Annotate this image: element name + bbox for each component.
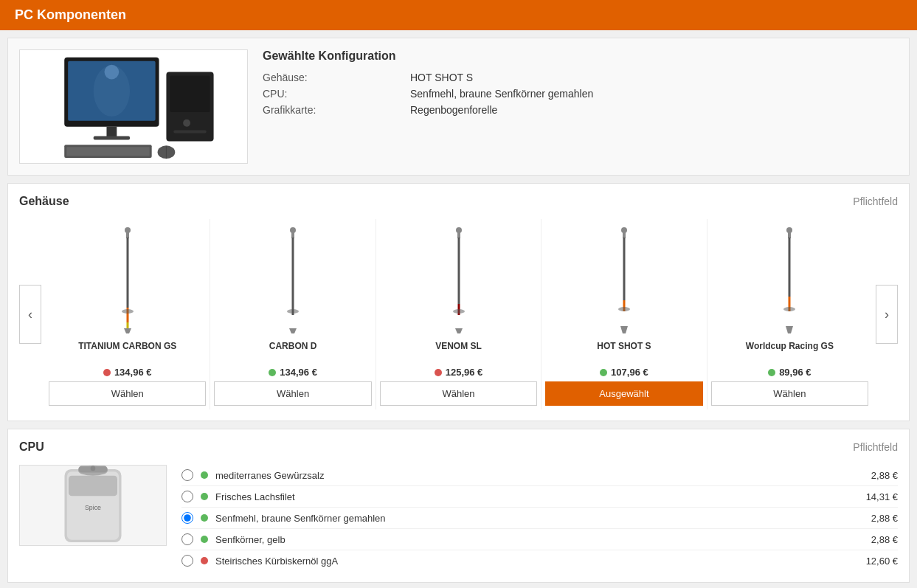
- carousel-prev-button[interactable]: ‹: [19, 285, 41, 344]
- product-image: [595, 223, 654, 337]
- cpu-item-name: Senfmehl, braune Senfkörner gemahlen: [215, 513, 857, 524]
- select-button[interactable]: Wählen: [380, 381, 537, 406]
- gehause-section-title: Gehäuse: [19, 195, 69, 208]
- svg-point-19: [122, 309, 134, 314]
- cpu-list-item: Senfkörner, gelb 2,88 €: [181, 529, 898, 550]
- cpu-item-name: Frisches Lachsfilet: [215, 491, 851, 502]
- cpu-list-item: Senfmehl, braune Senfkörner gemahlen 2,8…: [181, 508, 898, 529]
- cpu-content: Spice mediterranes Gewürzsalz 2,88 € Fri…: [19, 465, 898, 571]
- config-heading: Gewählte Konfiguration: [263, 49, 898, 63]
- config-image: [19, 49, 248, 164]
- gehause-required: Pflichtfeld: [853, 196, 898, 207]
- svg-rect-2: [106, 127, 117, 138]
- carousel-item: VENOM SL 125,96 € Wählen: [376, 219, 541, 409]
- page-title: PC Komponenten: [15, 7, 126, 22]
- grafik-label: Grafikkarte:: [263, 104, 410, 116]
- cpu-radio[interactable]: [181, 491, 193, 502]
- svg-rect-39: [788, 232, 791, 238]
- cpu-item-name: mediterranes Gewürzsalz: [215, 470, 857, 481]
- svg-marker-43: [786, 326, 793, 333]
- grafik-value: Regenbogenforelle: [410, 104, 497, 116]
- config-row-cpu: CPU: Senfmehl, braune Senfkörner gemahle…: [263, 88, 898, 100]
- cpu-list-item: Steirisches Kürbiskernöl ggA 12,60 €: [181, 550, 898, 571]
- cpu-radio[interactable]: [181, 512, 193, 524]
- availability-dot: [201, 493, 208, 500]
- gehause-carousel: ‹ TITANIUM: [19, 219, 898, 409]
- select-button[interactable]: Wählen: [214, 381, 371, 406]
- config-details: Gewählte Konfiguration Gehäuse: HOT SHOT…: [263, 49, 898, 120]
- price-value: 134,96 €: [114, 367, 152, 378]
- product-name: TITANIUM CARBON GS: [78, 341, 176, 363]
- product-price: 107,96 €: [600, 367, 648, 378]
- price-indicator: [768, 369, 775, 376]
- cpu-item-price: 12,60 €: [866, 556, 898, 567]
- product-image: [760, 223, 819, 337]
- product-name: HOT SHOT S: [597, 341, 651, 363]
- cpu-list-item: Frisches Lachsfilet 14,31 €: [181, 486, 898, 508]
- cpu-list-item: mediterranes Gewürzsalz 2,88 €: [181, 465, 898, 486]
- cpu-item-name: Senfkörner, gelb: [215, 534, 857, 545]
- svg-rect-9: [170, 76, 210, 112]
- svg-point-21: [290, 227, 296, 233]
- product-image: [98, 223, 157, 337]
- select-button[interactable]: Wählen: [49, 381, 206, 406]
- svg-rect-15: [126, 232, 129, 238]
- price-indicator: [435, 369, 442, 376]
- cpu-radio[interactable]: [181, 469, 193, 481]
- availability-dot: [201, 471, 208, 479]
- cpu-section-header: CPU Pflichtfeld: [19, 440, 898, 454]
- svg-point-13: [105, 65, 120, 80]
- carousel-item: HOT SHOT S 107,96 € Ausgewählt: [541, 219, 707, 409]
- product-name: Worldcup Racing GS: [746, 341, 834, 363]
- svg-point-36: [618, 307, 630, 311]
- product-name: CARBON D: [269, 341, 317, 363]
- select-button[interactable]: Wählen: [711, 381, 868, 406]
- price-value: 89,96 €: [779, 367, 811, 378]
- svg-point-24: [287, 309, 299, 314]
- cpu-list: mediterranes Gewürzsalz 2,88 € Frisches …: [181, 465, 898, 571]
- svg-rect-33: [623, 232, 626, 238]
- gehause-label: Gehäuse:: [263, 72, 410, 83]
- carousel-item: CARBON D 134,96 € Wählen: [210, 219, 376, 409]
- svg-rect-22: [291, 232, 294, 238]
- cpu-item-price: 2,88 €: [871, 513, 898, 524]
- svg-rect-46: [69, 475, 117, 496]
- price-value: 125,96 €: [446, 367, 483, 378]
- cpu-radio[interactable]: [181, 555, 193, 567]
- availability-dot: [201, 514, 208, 522]
- gehause-value: HOT SHOT S: [410, 72, 473, 83]
- product-image: [429, 223, 488, 337]
- cpu-section-title: CPU: [19, 440, 44, 454]
- cpu-item-price: 14,31 €: [866, 491, 898, 502]
- svg-rect-27: [457, 232, 460, 238]
- cpu-item-name: Steirisches Kürbiskernöl ggA: [215, 556, 851, 567]
- price-indicator: [103, 369, 111, 376]
- svg-marker-37: [620, 326, 628, 333]
- gehause-section: Gehäuse Pflichtfeld ‹: [7, 183, 910, 421]
- cpu-required: Pflichtfeld: [853, 441, 898, 453]
- price-indicator: [269, 369, 276, 376]
- svg-text:Spice: Spice: [85, 504, 101, 511]
- carousel-item: Worldcup Racing GS 89,96 € Wählen: [707, 219, 872, 409]
- svg-rect-3: [94, 136, 130, 139]
- svg-rect-11: [173, 131, 206, 134]
- cpu-section: CPU Pflichtfeld Spice: [7, 429, 910, 583]
- product-price: 134,96 €: [269, 367, 317, 378]
- cpu-item-price: 2,88 €: [871, 470, 898, 481]
- svg-rect-5: [66, 147, 150, 156]
- carousel-items: TITANIUM CARBON GS 134,96 € Wählen: [45, 219, 872, 409]
- product-price: 134,96 €: [103, 367, 152, 378]
- price-value: 134,96 €: [280, 367, 317, 378]
- config-section: Gewählte Konfiguration Gehäuse: HOT SHOT…: [7, 38, 910, 176]
- price-value: 107,96 €: [611, 367, 648, 378]
- cpu-item-price: 2,88 €: [871, 534, 898, 545]
- config-row-gehause: Gehäuse: HOT SHOT S: [263, 72, 898, 83]
- selected-button[interactable]: Ausgewählt: [545, 381, 702, 406]
- cpu-radio[interactable]: [181, 533, 193, 545]
- svg-point-49: [91, 466, 96, 471]
- svg-point-32: [621, 227, 627, 233]
- svg-point-26: [456, 227, 462, 233]
- svg-point-30: [453, 309, 465, 314]
- carousel-next-button[interactable]: ›: [876, 285, 898, 344]
- svg-marker-25: [289, 328, 297, 333]
